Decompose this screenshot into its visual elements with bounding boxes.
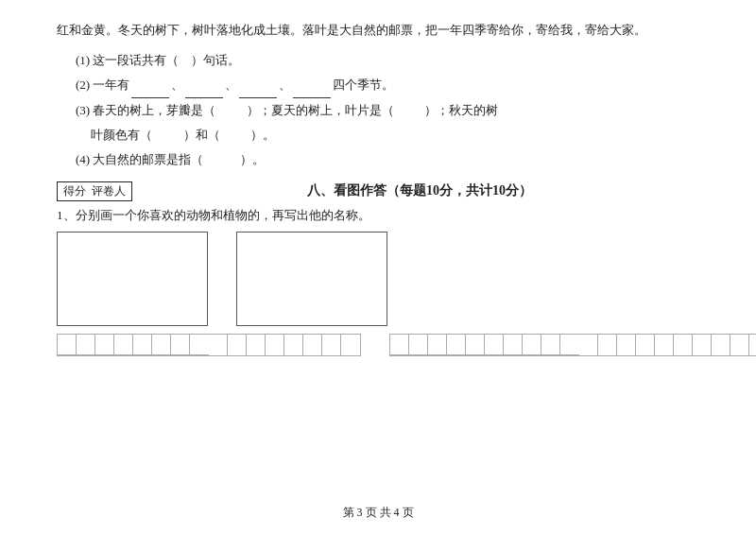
reviewer-label: 评卷人 [92, 183, 126, 199]
plant-draw-box[interactable] [236, 232, 387, 326]
animal-name-grid [57, 334, 361, 359]
animal-draw-box[interactable] [57, 232, 208, 326]
grid-cell[interactable] [749, 335, 756, 355]
score-box: 得分 评卷人 [57, 181, 132, 201]
grid-cell[interactable] [579, 335, 598, 355]
plant-name-grid [389, 334, 756, 359]
grid-cell[interactable] [598, 335, 617, 355]
grid-cell[interactable] [171, 335, 190, 355]
grid-cell[interactable] [674, 335, 693, 355]
grid-cell[interactable] [190, 335, 209, 355]
drawing-instruction: 1、分别画一个你喜欢的动物和植物的，再写出他的名称。 [57, 207, 699, 224]
grid-cell[interactable] [303, 335, 322, 355]
question-2: (2) 一年有 、 、 、 四个季节。 [76, 73, 699, 98]
grid-cell[interactable] [428, 335, 447, 355]
intro-paragraph: 红和金黄。冬天的树下，树叶落地化成土壤。落叶是大自然的邮票，把一年四季寄给你，寄… [57, 19, 699, 43]
grid-cell[interactable] [655, 335, 674, 355]
grid-cell[interactable] [693, 335, 712, 355]
section-header: 得分 评卷人 八、看图作答（每题10分，共计10分） [57, 181, 699, 201]
grid-cell[interactable] [114, 335, 133, 355]
drawing-area [57, 232, 699, 326]
grid-cell[interactable] [466, 335, 485, 355]
score-label: 得分 [63, 183, 86, 199]
grid-cell[interactable] [284, 335, 303, 355]
grid-row-1 [58, 335, 209, 355]
grid-cell[interactable] [228, 335, 247, 355]
grid-cell[interactable] [617, 335, 636, 355]
grid-cell[interactable] [77, 335, 95, 355]
question-4: (4) 大自然的邮票是指（ ）。 [76, 147, 699, 172]
grid-cell[interactable] [322, 335, 341, 355]
grid-cell[interactable] [247, 335, 266, 355]
grid-row-2 [579, 335, 756, 355]
grid-cell[interactable] [523, 335, 541, 355]
sub-questions-list: (1) 这一段话共有（ ）句话。 (2) 一年有 、 、 、 四个季节。 (3)… [76, 48, 699, 172]
grid-cell[interactable] [636, 335, 655, 355]
grid-cell[interactable] [541, 335, 560, 355]
write-grid-row [57, 334, 699, 359]
grid-cell[interactable] [390, 335, 409, 355]
grid-cell[interactable] [58, 335, 77, 355]
grid-cell[interactable] [341, 335, 360, 355]
grid-cell[interactable] [447, 335, 466, 355]
grid-cell[interactable] [95, 335, 114, 355]
grid-cell[interactable] [266, 335, 284, 355]
question-1: (1) 这一段话共有（ ）句话。 [76, 48, 699, 73]
drawing-section: 1、分别画一个你喜欢的动物和植物的，再写出他的名称。 [57, 207, 699, 359]
footer-text: 第 3 页 共 4 页 [343, 506, 414, 519]
grid-cell[interactable] [504, 335, 523, 355]
grid-cell[interactable] [209, 335, 228, 355]
grid-cell[interactable] [712, 335, 730, 355]
page: 红和金黄。冬天的树下，树叶落地化成土壤。落叶是大自然的邮票，把一年四季寄给你，寄… [0, 0, 756, 534]
grid-cell[interactable] [730, 335, 749, 355]
grid-cell[interactable] [152, 335, 171, 355]
question-3: (3) 春天的树上，芽瓣是（ ）；夏天的树上，叶片是（ ）；秋天的树 叶颜色有（… [76, 98, 699, 147]
grid-cell[interactable] [409, 335, 428, 355]
grid-cell[interactable] [560, 335, 579, 355]
grid-row-1 [390, 335, 579, 355]
grid-cell[interactable] [133, 335, 152, 355]
grid-row-2 [209, 335, 360, 355]
section-title: 八、看图作答（每题10分，共计10分） [140, 182, 699, 199]
grid-cell[interactable] [485, 335, 504, 355]
page-footer: 第 3 页 共 4 页 [0, 505, 756, 521]
